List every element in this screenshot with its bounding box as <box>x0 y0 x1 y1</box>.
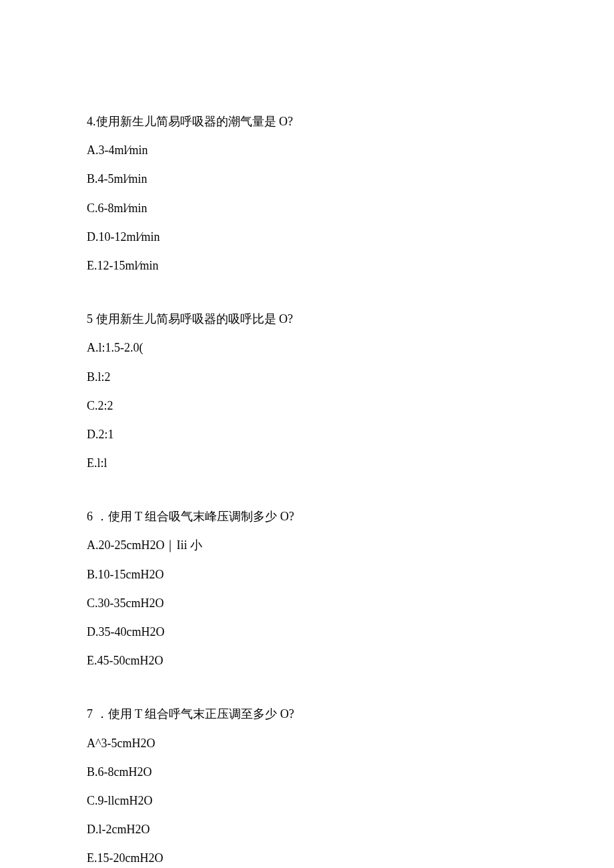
option-b: B.6-8cmH2O <box>87 764 527 781</box>
option-d: D.l-2cmH2O <box>87 821 527 838</box>
question-6: 6 ．使用 T 组合吸气末峰压调制多少 O? A.20-25cmH2O｜Iii … <box>87 508 527 669</box>
option-e: E.l:l <box>87 455 527 472</box>
option-c: C.9-llcmH2O <box>87 793 527 809</box>
option-d: D.35-40cmH2O <box>87 624 527 640</box>
option-b: B.4-5ml⁄min <box>87 171 527 187</box>
question-4: 4.使用新生儿简易呼吸器的潮气量是 O? A.3-4ml⁄min B.4-5ml… <box>87 113 527 274</box>
option-e: E.12-15ml⁄min <box>87 258 527 274</box>
option-d: D.10-12ml⁄min <box>87 229 527 246</box>
question-5: 5 使用新生儿简易呼吸器的吸呼比是 O? A.l:1.5-2.0( B.l:2 … <box>87 311 527 472</box>
option-a: A.3-4ml⁄min <box>87 142 527 159</box>
option-a: A^3-5cmH2O <box>87 735 527 752</box>
document-page: 4.使用新生儿简易呼吸器的潮气量是 O? A.3-4ml⁄min B.4-5ml… <box>0 0 614 868</box>
question-7: 7 ．使用 T 组合呼气末正压调至多少 O? A^3-5cmH2O B.6-8c… <box>87 706 527 867</box>
option-d: D.2:1 <box>87 426 527 443</box>
question-stem: 6 ．使用 T 组合吸气末峰压调制多少 O? <box>87 508 527 525</box>
option-c: C.2:2 <box>87 398 527 414</box>
question-stem: 4.使用新生儿简易呼吸器的潮气量是 O? <box>87 113 527 130</box>
option-c: C.6-8ml⁄min <box>87 200 527 217</box>
option-e: E.15-20cmH2O <box>87 850 527 867</box>
option-b: B.10-15cmH2O <box>87 566 527 583</box>
option-c: C.30-35cmH2O <box>87 595 527 612</box>
question-stem: 7 ．使用 T 组合呼气末正压调至多少 O? <box>87 706 527 723</box>
question-stem: 5 使用新生儿简易呼吸器的吸呼比是 O? <box>87 311 527 328</box>
option-a: A.20-25cmH2O｜Iii 小 <box>87 537 527 554</box>
option-b: B.l:2 <box>87 369 527 386</box>
option-e: E.45-50cmH2O <box>87 653 527 669</box>
option-a: A.l:1.5-2.0( <box>87 340 527 356</box>
